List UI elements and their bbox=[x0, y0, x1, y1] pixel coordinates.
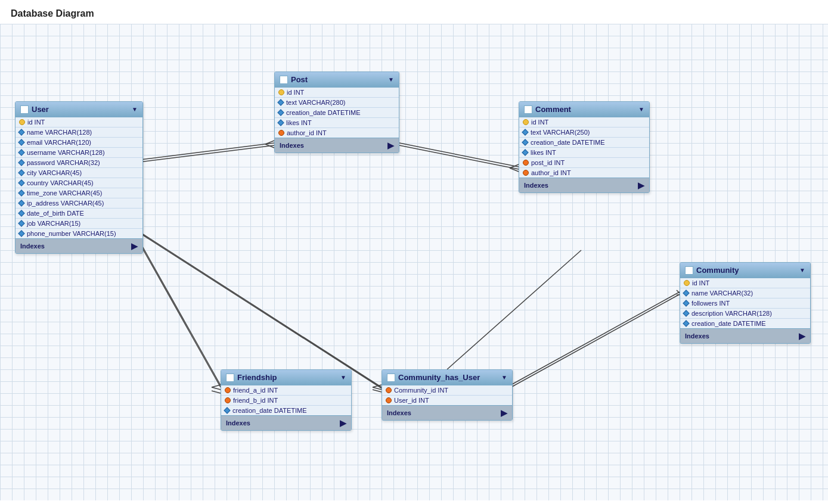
field-icon bbox=[277, 109, 284, 116]
field-icon bbox=[683, 320, 689, 326]
table-post-footer[interactable]: Indexes ▶ bbox=[275, 138, 399, 153]
table-user-header[interactable]: User ▼ bbox=[15, 102, 142, 117]
fk-icon bbox=[523, 170, 529, 176]
table-icon bbox=[387, 374, 395, 382]
field-icon bbox=[18, 149, 24, 155]
indexes-label: Indexes bbox=[226, 419, 250, 427]
indexes-label: Indexes bbox=[524, 182, 548, 189]
field-post-creation: creation_date DATETIME bbox=[275, 108, 399, 118]
field-icon bbox=[683, 300, 689, 306]
field-community-creation: creation_date DATETIME bbox=[680, 319, 810, 328]
field-comment-id: id INT bbox=[519, 117, 649, 127]
svg-line-15 bbox=[399, 145, 519, 169]
table-friendship-header[interactable]: Friendship ▼ bbox=[221, 370, 351, 385]
svg-line-7 bbox=[212, 387, 221, 390]
field-post-authorid: author_id INT bbox=[275, 128, 399, 138]
table-comment-header[interactable]: Comment ▼ bbox=[519, 102, 649, 117]
field-comment-likes: likes INT bbox=[519, 148, 649, 158]
field-post-text: text VARCHAR(280) bbox=[275, 98, 399, 108]
table-community-header[interactable]: Community ▼ bbox=[680, 263, 810, 278]
field-user-job: job VARCHAR(15) bbox=[15, 219, 142, 229]
table-friendship-name: Friendship bbox=[237, 373, 340, 382]
field-icon bbox=[18, 159, 24, 166]
table-icon bbox=[685, 266, 693, 275]
svg-line-0 bbox=[140, 143, 274, 160]
table-user-body: id INT name VARCHAR(128) email VARCHAR(1… bbox=[15, 117, 142, 238]
pk-icon bbox=[684, 280, 690, 286]
field-icon bbox=[18, 179, 24, 186]
field-community-id: id INT bbox=[680, 278, 810, 288]
svg-line-20 bbox=[507, 294, 680, 390]
table-icon bbox=[280, 76, 288, 84]
field-icon bbox=[18, 189, 24, 196]
table-comment-footer[interactable]: Indexes ▶ bbox=[519, 178, 649, 192]
svg-line-18 bbox=[447, 250, 581, 369]
table-community-has-user-footer[interactable]: Indexes ▶ bbox=[382, 405, 512, 420]
chevron-down-icon: ▼ bbox=[638, 106, 644, 113]
svg-line-9 bbox=[140, 232, 382, 387]
table-comment[interactable]: Comment ▼ id INT text VARCHAR(250) creat… bbox=[519, 101, 650, 193]
svg-line-8 bbox=[212, 391, 221, 393]
indexes-label: Indexes bbox=[280, 142, 304, 149]
fk-icon bbox=[225, 397, 231, 403]
field-comment-creation: creation_date DATETIME bbox=[519, 138, 649, 148]
field-icon bbox=[18, 139, 24, 145]
indexes-label: Indexes bbox=[20, 242, 45, 250]
field-community-followers: followers INT bbox=[680, 298, 810, 309]
table-community[interactable]: Community ▼ id INT name VARCHAR(32) foll… bbox=[680, 262, 811, 344]
field-icon bbox=[18, 129, 24, 135]
field-icon bbox=[522, 129, 528, 135]
field-user-name: name VARCHAR(128) bbox=[15, 127, 142, 138]
table-friendship[interactable]: Friendship ▼ friend_a_id INT friend_b_id… bbox=[221, 369, 352, 431]
field-user-password: password VARCHAR(32) bbox=[15, 158, 142, 168]
pk-icon bbox=[523, 119, 529, 125]
table-post[interactable]: Post ▼ id INT text VARCHAR(280) creation… bbox=[274, 71, 399, 153]
indexes-label: Indexes bbox=[387, 409, 411, 416]
table-post-name: Post bbox=[291, 75, 388, 84]
table-post-body: id INT text VARCHAR(280) creation_date D… bbox=[275, 88, 399, 138]
fk-icon bbox=[386, 387, 392, 393]
table-comment-name: Comment bbox=[535, 105, 638, 114]
field-community-description: description VARCHAR(128) bbox=[680, 309, 810, 319]
table-user[interactable]: User ▼ id INT name VARCHAR(128) email VA… bbox=[15, 101, 143, 254]
field-friendship-bid: friend_b_id INT bbox=[221, 396, 351, 406]
field-post-id: id INT bbox=[275, 88, 399, 98]
svg-line-5 bbox=[142, 245, 222, 388]
field-user-username: username VARCHAR(128) bbox=[15, 148, 142, 158]
table-post-header[interactable]: Post ▼ bbox=[275, 72, 399, 88]
pk-icon bbox=[19, 119, 25, 125]
svg-line-10 bbox=[141, 234, 383, 389]
footer-arrow-icon: ▶ bbox=[340, 418, 346, 428]
svg-line-19 bbox=[507, 292, 680, 387]
footer-arrow-icon: ▶ bbox=[131, 241, 138, 251]
field-icon bbox=[683, 310, 689, 316]
field-user-country: country VARCHAR(45) bbox=[15, 178, 142, 188]
field-user-phone: phone_number VARCHAR(15) bbox=[15, 229, 142, 238]
svg-line-1 bbox=[139, 145, 274, 162]
field-icon bbox=[522, 149, 528, 155]
table-icon bbox=[226, 374, 234, 382]
field-icon bbox=[683, 290, 689, 296]
table-icon bbox=[524, 105, 532, 114]
field-user-email: email VARCHAR(120) bbox=[15, 138, 142, 148]
table-community-has-user[interactable]: Community_has_User ▼ Community_id INT Us… bbox=[382, 369, 513, 421]
diagram-area[interactable]: User ▼ id INT name VARCHAR(128) email VA… bbox=[0, 24, 828, 500]
field-community-name: name VARCHAR(32) bbox=[680, 288, 810, 298]
field-icon bbox=[18, 169, 24, 176]
table-community-footer[interactable]: Indexes ▶ bbox=[680, 328, 810, 343]
table-user-footer[interactable]: Indexes ▶ bbox=[15, 238, 142, 253]
svg-line-13 bbox=[373, 390, 382, 392]
field-chu-communityid: Community_id INT bbox=[382, 385, 512, 396]
page-title: Database Diagram bbox=[0, 0, 828, 24]
footer-arrow-icon: ▶ bbox=[799, 331, 805, 341]
fk-icon bbox=[386, 397, 392, 403]
svg-line-14 bbox=[399, 143, 519, 167]
table-community-has-user-header[interactable]: Community_has_User ▼ bbox=[382, 370, 512, 385]
field-icon bbox=[18, 200, 24, 206]
field-friendship-aid: friend_a_id INT bbox=[221, 385, 351, 396]
table-community-has-user-name: Community_has_User bbox=[398, 373, 501, 382]
svg-line-11 bbox=[373, 385, 382, 387]
svg-line-6 bbox=[212, 385, 221, 387]
table-friendship-footer[interactable]: Indexes ▶ bbox=[221, 415, 351, 430]
footer-arrow-icon: ▶ bbox=[501, 408, 507, 418]
